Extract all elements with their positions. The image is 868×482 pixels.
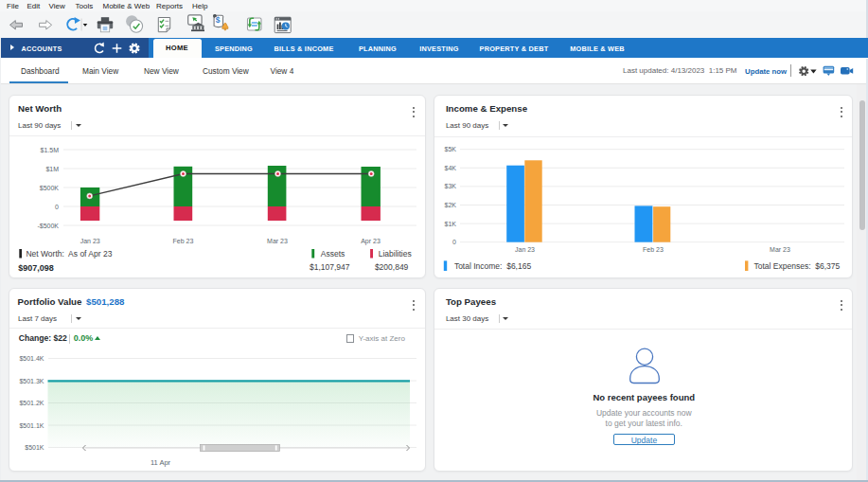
svg-text:Total Income: $6,165: Total Income: $6,165	[453, 261, 531, 271]
svg-text:$1K: $1K	[444, 221, 456, 227]
svg-text:$500K: $500K	[39, 185, 59, 191]
svg-text:Jan 23: Jan 23	[80, 238, 99, 244]
svg-text:Liabilities: Liabilities	[378, 249, 411, 259]
svg-text:-$500K: -$500K	[37, 223, 59, 229]
svg-text:$200,849: $200,849	[374, 262, 408, 272]
svg-text:Feb 23: Feb 23	[643, 246, 664, 253]
svg-text:$5K: $5K	[444, 146, 456, 152]
svg-text:$501.3K: $501.3K	[19, 378, 44, 384]
svg-text:$501K: $501K	[25, 444, 44, 451]
svg-text:Mar 23: Mar 23	[267, 238, 288, 244]
svg-text:$2K: $2K	[444, 202, 456, 208]
svg-text:$1.5M: $1.5M	[40, 147, 59, 153]
svg-text:Feb 23: Feb 23	[172, 238, 193, 244]
svg-text:$1M: $1M	[45, 166, 59, 172]
svg-text:Apr 23: Apr 23	[361, 238, 381, 245]
svg-text:Net Worth: As of Apr 23: Net Worth: As of Apr 23	[26, 249, 112, 259]
svg-text:Mar 23: Mar 23	[770, 246, 790, 253]
svg-text:0: 0	[55, 204, 59, 210]
svg-text:$501.1K: $501.1K	[19, 422, 44, 429]
svg-text:$4K: $4K	[444, 165, 456, 171]
svg-text:$907,098: $907,098	[18, 263, 54, 273]
svg-text:Assets: Assets	[320, 249, 345, 259]
svg-text:0: 0	[452, 239, 456, 245]
svg-text:$501.2K: $501.2K	[19, 400, 44, 406]
svg-text:$1,107,947: $1,107,947	[310, 262, 350, 272]
svg-text:Jan 23: Jan 23	[514, 246, 534, 253]
svg-text:11 Apr: 11 Apr	[150, 458, 170, 467]
svg-text:$: $	[216, 15, 221, 25]
svg-text:Total Expenses: $6,375: Total Expenses: $6,375	[753, 261, 840, 271]
svg-text:$501.4K: $501.4K	[19, 355, 44, 362]
svg-text:$3K: $3K	[444, 183, 456, 189]
